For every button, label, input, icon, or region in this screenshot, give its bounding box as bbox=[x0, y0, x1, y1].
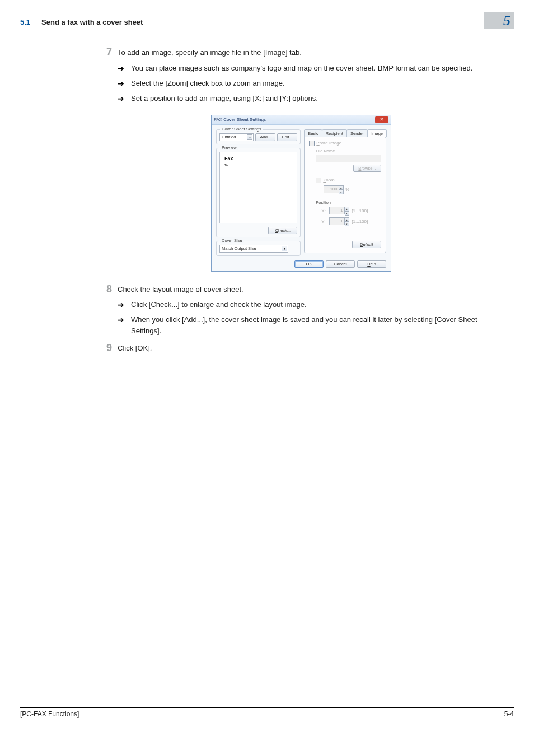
chevron-down-icon: ▾ bbox=[345, 211, 349, 216]
zoom-checkbox[interactable]: Zoom bbox=[316, 178, 334, 183]
step-text: Click [OK]. bbox=[118, 344, 152, 352]
arrow-icon: ➔ bbox=[118, 93, 131, 105]
step-7: 7 To add an image, specify an image file… bbox=[93, 47, 509, 105]
cover-sheet-select[interactable]: Untitled▾ bbox=[219, 133, 254, 141]
tab-basic[interactable]: Basic bbox=[304, 129, 322, 137]
chevron-down-icon: ▾ bbox=[345, 222, 349, 226]
group-title: Preview bbox=[220, 145, 238, 150]
chevron-up-icon: ▴ bbox=[339, 185, 344, 190]
page-footer: [PC-FAX Functions] 5-4 bbox=[20, 707, 514, 718]
x-range: [1...100] bbox=[352, 208, 368, 213]
edit-button[interactable]: Edit... bbox=[277, 133, 297, 141]
section-number: 5.1 bbox=[20, 18, 30, 29]
zoom-spinner[interactable]: 100▴▾ bbox=[324, 185, 344, 194]
ok-button[interactable]: OK bbox=[294, 260, 324, 268]
file-name-label: File Name bbox=[316, 148, 381, 153]
image-tab-panel: Paste Image File Name Browse... Zoom bbox=[304, 137, 386, 253]
zoom-pct-label: % bbox=[345, 187, 349, 192]
y-spinner[interactable]: 1▴▾ bbox=[329, 217, 349, 226]
check-button[interactable]: Check... bbox=[268, 227, 297, 234]
preview-group: Preview Fax To: Check... bbox=[216, 148, 301, 237]
paste-image-checkbox[interactable]: Paste Image bbox=[309, 141, 381, 146]
position-label: Position bbox=[316, 200, 381, 205]
step-number: 7 bbox=[93, 47, 118, 105]
chevron-up-icon: ▴ bbox=[345, 207, 349, 211]
arrow-icon: ➔ bbox=[118, 314, 131, 336]
chapter-number: 5 bbox=[503, 12, 510, 29]
tab-image[interactable]: Image bbox=[367, 129, 387, 137]
cover-sheet-settings-group: Cover Sheet Settings Untitled▾ Add... Ed… bbox=[216, 129, 301, 144]
arrow-icon: ➔ bbox=[118, 78, 131, 90]
step-number: 9 bbox=[93, 343, 118, 354]
help-button[interactable]: Help bbox=[357, 260, 386, 268]
cover-size-select[interactable]: Match Output Size▾ bbox=[219, 245, 288, 253]
footer-page-number: 5-4 bbox=[504, 710, 514, 718]
cover-size-group: Cover Size Match Output Size▾ bbox=[216, 241, 301, 256]
step-text: To add an image, specify an image file i… bbox=[118, 48, 302, 57]
default-button[interactable]: Default bbox=[352, 241, 381, 248]
chevron-down-icon: ▾ bbox=[339, 190, 344, 194]
page-header: 5.1 Send a fax with a cover sheet 5 bbox=[20, 12, 514, 29]
browse-button[interactable]: Browse... bbox=[353, 165, 381, 172]
x-spinner[interactable]: 1▴▾ bbox=[329, 207, 349, 216]
step7-sub2: Select the [Zoom] check box to zoom an i… bbox=[131, 78, 509, 90]
chevron-down-icon: ▾ bbox=[282, 246, 287, 251]
add-button[interactable]: Add... bbox=[255, 133, 275, 141]
close-button[interactable]: ✕ bbox=[375, 116, 388, 123]
tab-sender[interactable]: Sender bbox=[346, 129, 368, 137]
cancel-button[interactable]: Cancel bbox=[326, 260, 355, 268]
file-name-input[interactable] bbox=[316, 155, 381, 162]
close-icon: ✕ bbox=[380, 117, 384, 122]
preview-area: Fax To: bbox=[219, 152, 297, 223]
footer-left: [PC-FAX Functions] bbox=[20, 710, 79, 718]
step8-sub2: When you click [Add...], the cover sheet… bbox=[131, 314, 509, 336]
step-number: 8 bbox=[93, 284, 118, 337]
preview-title: Fax bbox=[224, 156, 292, 161]
preview-line: To: bbox=[224, 164, 292, 167]
y-range: [1...100] bbox=[352, 219, 368, 224]
tab-recipient[interactable]: Recipient bbox=[322, 129, 347, 137]
step-9: 9 Click [OK]. bbox=[93, 343, 509, 354]
group-title: Cover Size bbox=[220, 238, 244, 243]
section-title: Send a fax with a cover sheet bbox=[41, 18, 143, 29]
group-title: Cover Sheet Settings bbox=[220, 127, 263, 132]
chevron-up-icon: ▴ bbox=[345, 217, 349, 222]
arrow-icon: ➔ bbox=[118, 299, 131, 311]
step7-sub3: Set a position to add an image, using [X… bbox=[131, 93, 509, 105]
step7-sub1: You can place images such as company's l… bbox=[131, 63, 509, 74]
chevron-down-icon: ▾ bbox=[247, 134, 252, 140]
step-8: 8 Check the layout image of cover sheet.… bbox=[93, 284, 509, 337]
dialog-title: FAX Cover Sheet Settings bbox=[214, 117, 266, 122]
step8-sub1: Click [Check...] to enlarge and check th… bbox=[131, 299, 509, 311]
y-label: Y: bbox=[321, 219, 327, 224]
fax-cover-sheet-dialog: FAX Cover Sheet Settings ✕ Cover Sheet S… bbox=[211, 115, 391, 272]
x-label: X: bbox=[321, 208, 327, 213]
step-text: Check the layout image of cover sheet. bbox=[118, 285, 243, 293]
arrow-icon: ➔ bbox=[118, 63, 131, 74]
